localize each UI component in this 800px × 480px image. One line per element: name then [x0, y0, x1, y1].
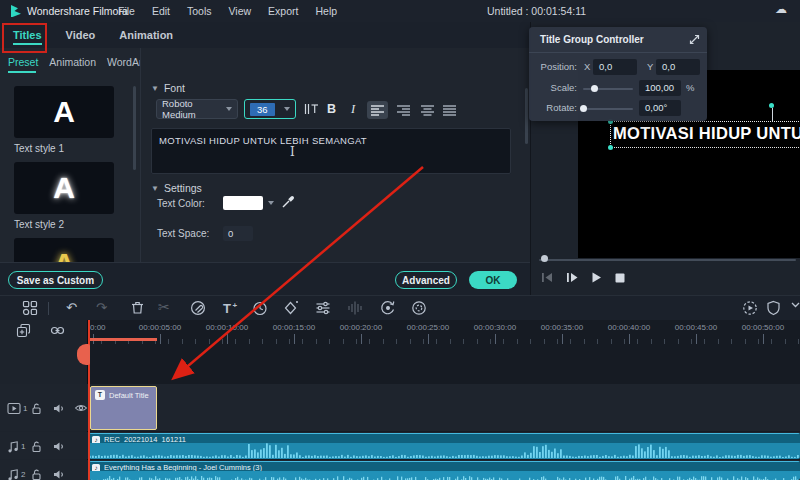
text-style-item[interactable]: AText style 2 [14, 162, 118, 230]
left-panel-scrollbar[interactable] [133, 86, 136, 170]
cloud-upload-icon[interactable]: ☁ [775, 2, 787, 16]
menu-file[interactable]: File [118, 5, 135, 17]
x-label: X [584, 61, 590, 72]
previous-frame-icon[interactable] [541, 272, 553, 283]
ruler-label: 00:00:45:00 [675, 323, 717, 332]
selection-handle[interactable] [608, 145, 613, 150]
menu-export[interactable]: Export [268, 5, 298, 17]
y-label: Y [647, 61, 653, 72]
style-preview-tile[interactable]: A [14, 86, 114, 138]
motion-tracking-icon[interactable] [380, 300, 396, 316]
subtab-preset[interactable]: Preset [8, 56, 38, 73]
text-style-item[interactable]: A [14, 238, 118, 262]
align-center-button[interactable] [417, 101, 438, 119]
rotate-input[interactable]: 0,00° [639, 100, 681, 116]
vertical-text-icon[interactable] [303, 101, 319, 117]
timeline-clip-default-title[interactable]: T Default Title [90, 386, 157, 430]
seekbar-thumb[interactable] [541, 255, 548, 262]
lock-track-icon[interactable] [30, 402, 43, 415]
stop-icon[interactable] [615, 273, 625, 283]
add-media-to-track-icon[interactable] [16, 323, 31, 338]
redo-icon[interactable]: ↷ [96, 301, 107, 314]
preset-subtab-bar: PresetAnimationWordArt [8, 56, 140, 73]
undo-icon[interactable]: ↶ [66, 301, 77, 314]
timeline-clip-rec-audio[interactable]: ♪ REC_20221014_161211 [89, 433, 800, 459]
chevron-down-icon[interactable] [791, 300, 800, 309]
align-left-button[interactable] [367, 101, 388, 119]
text-color-swatch[interactable] [223, 196, 263, 210]
font-size-select[interactable]: 36 [244, 99, 296, 119]
play-icon[interactable] [591, 272, 602, 283]
media-library-icon[interactable] [22, 300, 38, 316]
ruler-label: 00:00:50:00 [742, 323, 784, 332]
rotate-slider-knob[interactable] [580, 105, 587, 112]
rotate-slider[interactable] [583, 108, 633, 110]
link-clips-icon[interactable] [50, 324, 65, 337]
menu-help[interactable]: Help [315, 5, 337, 17]
controller-title: Title Group Controller [540, 34, 644, 45]
collapse-font-icon[interactable]: ▼ [151, 84, 159, 93]
audio-track-type-icon: 1 [7, 440, 25, 453]
lock-track-icon[interactable] [30, 440, 43, 453]
style-preview-tile[interactable]: A [14, 238, 114, 262]
italic-icon[interactable]: I [351, 102, 355, 117]
crop-icon[interactable] [190, 300, 206, 316]
scale-input[interactable]: 100,00 [639, 80, 681, 96]
render-preview-icon[interactable] [742, 300, 758, 316]
tab-video[interactable]: Video [66, 22, 96, 48]
mute-track-icon[interactable] [52, 402, 65, 415]
preview-seekbar[interactable] [539, 259, 796, 261]
text-style-item[interactable]: AText style 1 [14, 86, 118, 154]
title-text-input[interactable]: MOTIVASI HIDUP UNTUK LEBIH SEMANGAT I [151, 128, 511, 174]
keyframe-icon[interactable] [283, 300, 299, 316]
chroma-key-icon[interactable] [411, 300, 427, 316]
delete-icon[interactable] [130, 300, 145, 315]
split-scissors-icon[interactable]: ✂ [158, 300, 170, 314]
divider [48, 302, 49, 315]
font-family-value: Roboto Medium [162, 98, 226, 120]
bold-icon[interactable]: B [327, 102, 336, 116]
ok-button[interactable]: OK [469, 271, 517, 289]
shield-icon[interactable] [766, 300, 781, 316]
font-family-select[interactable]: Roboto Medium [156, 99, 238, 119]
preview-title-text[interactable]: MOTIVASI HIDUP UNTUK LEBIH SEMANGAT [613, 124, 800, 143]
title-text-value: MOTIVASI HIDUP UNTUK LEBIH SEMANGAT [159, 135, 367, 146]
menu-tools[interactable]: Tools [187, 5, 212, 17]
playhead-grip[interactable] [77, 344, 90, 365]
mute-track-icon[interactable] [52, 468, 65, 480]
eyedropper-icon[interactable] [281, 194, 296, 209]
color-adjust-icon[interactable] [315, 300, 331, 316]
track-index: 2 [21, 470, 25, 479]
position-x-input[interactable]: 0,0 [593, 59, 637, 75]
collapse-panel-icon[interactable] [689, 34, 700, 45]
position-y-input[interactable]: 0,0 [656, 59, 700, 75]
mute-track-icon[interactable] [52, 440, 65, 453]
hide-track-icon[interactable] [74, 402, 88, 414]
menu-view[interactable]: View [229, 5, 252, 17]
app-title: Wondershare Filmora [27, 5, 128, 17]
filmora-logo-icon [9, 4, 23, 18]
add-text-icon[interactable]: T+ [222, 300, 239, 316]
subtab-wordart[interactable]: WordArt [107, 56, 140, 73]
rotate-handle[interactable] [769, 103, 774, 108]
audio-denoise-icon[interactable] [347, 300, 363, 316]
next-frame-icon[interactable] [566, 272, 578, 283]
collapse-settings-icon[interactable]: ▼ [151, 184, 159, 193]
speed-icon[interactable] [252, 300, 268, 316]
save-as-custom-button[interactable]: Save as Custom [8, 271, 103, 289]
chevron-down-icon[interactable] [268, 201, 274, 205]
text-space-input[interactable]: 0 [223, 226, 253, 241]
text-cursor: I [290, 145, 295, 159]
menu-edit[interactable]: Edit [152, 5, 170, 17]
tab-animation[interactable]: Animation [119, 22, 173, 48]
align-right-button[interactable] [393, 101, 414, 119]
scale-slider-knob[interactable] [591, 85, 598, 92]
subtab-animation[interactable]: Animation [49, 56, 96, 73]
advanced-button[interactable]: Advanced [395, 271, 457, 289]
style-preview-tile[interactable]: A [14, 162, 114, 214]
lock-track-icon[interactable] [30, 468, 43, 480]
align-justify-button[interactable] [439, 101, 460, 119]
timeline-clip-music[interactable]: ♪ Everything Has a Beginning - Joel Cumm… [89, 461, 800, 480]
editor-scrollbar[interactable] [525, 88, 528, 144]
svg-text:+: + [233, 301, 238, 310]
